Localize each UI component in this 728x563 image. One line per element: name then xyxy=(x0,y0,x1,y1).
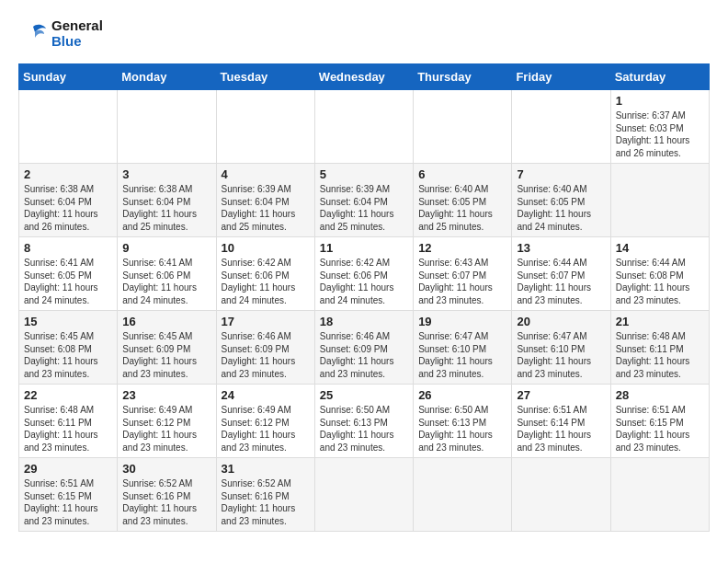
calendar-cell: 20Sunrise: 6:47 AMSunset: 6:10 PMDayligh… xyxy=(512,311,610,385)
cell-sun-info: Sunrise: 6:52 AMSunset: 6:16 PMDaylight:… xyxy=(122,477,210,527)
calendar-cell xyxy=(414,458,512,532)
day-number: 21 xyxy=(616,315,704,328)
cell-sun-info: Sunrise: 6:44 AMSunset: 6:07 PMDaylight:… xyxy=(517,257,605,306)
day-number: 29 xyxy=(24,462,112,476)
calendar-cell xyxy=(512,90,610,164)
cell-sun-info: Sunrise: 6:46 AMSunset: 6:09 PMDaylight:… xyxy=(222,330,310,380)
calendar-cell: 15Sunrise: 6:45 AMSunset: 6:08 PMDayligh… xyxy=(19,311,118,385)
cell-sun-info: Sunrise: 6:47 AMSunset: 6:10 PMDaylight:… xyxy=(517,330,605,380)
cell-sun-info: Sunrise: 6:40 AMSunset: 6:05 PMDaylight:… xyxy=(517,183,605,233)
day-number: 31 xyxy=(222,462,310,476)
calendar-cell: 29Sunrise: 6:51 AMSunset: 6:15 PMDayligh… xyxy=(19,458,118,532)
calendar-cell: 8Sunrise: 6:41 AMSunset: 6:05 PMDaylight… xyxy=(19,237,118,311)
cell-sun-info: Sunrise: 6:44 AMSunset: 6:08 PMDaylight:… xyxy=(616,257,704,306)
calendar-cell: 2Sunrise: 6:38 AMSunset: 6:04 PMDaylight… xyxy=(19,164,118,237)
calendar-day-header: Tuesday xyxy=(216,64,314,90)
cell-sun-info: Sunrise: 6:51 AMSunset: 6:15 PMDaylight:… xyxy=(616,404,704,454)
calendar-cell xyxy=(216,90,314,164)
calendar-cell: 11Sunrise: 6:42 AMSunset: 6:06 PMDayligh… xyxy=(314,237,413,311)
cell-sun-info: Sunrise: 6:38 AMSunset: 6:04 PMDaylight:… xyxy=(24,183,112,233)
calendar-cell: 31Sunrise: 6:52 AMSunset: 6:16 PMDayligh… xyxy=(216,458,314,532)
calendar-cell xyxy=(314,458,413,532)
calendar-week-row: 1Sunrise: 6:37 AMSunset: 6:03 PMDaylight… xyxy=(19,90,710,164)
day-number: 11 xyxy=(320,241,408,255)
calendar-week-row: 22Sunrise: 6:48 AMSunset: 6:11 PMDayligh… xyxy=(19,385,710,458)
day-number: 3 xyxy=(122,167,210,181)
day-number: 19 xyxy=(418,315,506,328)
day-number: 1 xyxy=(616,94,704,108)
calendar-cell: 23Sunrise: 6:49 AMSunset: 6:12 PMDayligh… xyxy=(118,385,216,458)
calendar-cell: 27Sunrise: 6:51 AMSunset: 6:14 PMDayligh… xyxy=(512,385,610,458)
cell-sun-info: Sunrise: 6:42 AMSunset: 6:06 PMDaylight:… xyxy=(222,257,310,306)
calendar-cell: 17Sunrise: 6:46 AMSunset: 6:09 PMDayligh… xyxy=(216,311,314,385)
cell-sun-info: Sunrise: 6:42 AMSunset: 6:06 PMDaylight:… xyxy=(320,257,408,306)
calendar-cell: 24Sunrise: 6:49 AMSunset: 6:12 PMDayligh… xyxy=(216,385,314,458)
calendar-cell xyxy=(610,458,709,532)
cell-sun-info: Sunrise: 6:48 AMSunset: 6:11 PMDaylight:… xyxy=(24,404,112,454)
cell-sun-info: Sunrise: 6:41 AMSunset: 6:05 PMDaylight:… xyxy=(24,257,112,306)
cell-sun-info: Sunrise: 6:45 AMSunset: 6:08 PMDaylight:… xyxy=(24,330,112,380)
calendar-cell xyxy=(314,90,413,164)
calendar-week-row: 2Sunrise: 6:38 AMSunset: 6:04 PMDaylight… xyxy=(19,164,710,237)
day-number: 9 xyxy=(122,241,210,255)
day-number: 7 xyxy=(517,167,605,181)
day-number: 22 xyxy=(24,388,112,402)
calendar-cell xyxy=(610,164,709,237)
calendar-cell: 25Sunrise: 6:50 AMSunset: 6:13 PMDayligh… xyxy=(314,385,413,458)
day-number: 18 xyxy=(320,315,408,328)
cell-sun-info: Sunrise: 6:39 AMSunset: 6:04 PMDaylight:… xyxy=(320,183,408,233)
calendar-cell: 22Sunrise: 6:48 AMSunset: 6:11 PMDayligh… xyxy=(19,385,118,458)
day-number: 20 xyxy=(517,315,605,328)
calendar-cell: 1Sunrise: 6:37 AMSunset: 6:03 PMDaylight… xyxy=(610,90,709,164)
calendar-week-row: 8Sunrise: 6:41 AMSunset: 6:05 PMDaylight… xyxy=(19,237,710,311)
calendar-cell: 19Sunrise: 6:47 AMSunset: 6:10 PMDayligh… xyxy=(414,311,512,385)
calendar-header-row: SundayMondayTuesdayWednesdayThursdayFrid… xyxy=(19,64,710,90)
calendar-cell xyxy=(19,90,118,164)
logo-bird-icon xyxy=(18,19,48,49)
cell-sun-info: Sunrise: 6:41 AMSunset: 6:06 PMDaylight:… xyxy=(122,257,210,306)
calendar-week-row: 29Sunrise: 6:51 AMSunset: 6:15 PMDayligh… xyxy=(19,458,710,532)
calendar-table: SundayMondayTuesdayWednesdayThursdayFrid… xyxy=(18,63,710,532)
calendar-cell: 3Sunrise: 6:38 AMSunset: 6:04 PMDaylight… xyxy=(118,164,216,237)
calendar-cell: 13Sunrise: 6:44 AMSunset: 6:07 PMDayligh… xyxy=(512,237,610,311)
day-number: 27 xyxy=(517,388,605,402)
calendar-day-header: Monday xyxy=(118,64,216,90)
day-number: 23 xyxy=(122,388,210,402)
cell-sun-info: Sunrise: 6:48 AMSunset: 6:11 PMDaylight:… xyxy=(616,330,704,380)
cell-sun-info: Sunrise: 6:51 AMSunset: 6:14 PMDaylight:… xyxy=(517,404,605,454)
page-header: General Blue xyxy=(18,18,710,49)
logo: General Blue xyxy=(18,18,103,49)
calendar-day-header: Thursday xyxy=(414,64,512,90)
day-number: 8 xyxy=(24,241,112,255)
day-number: 25 xyxy=(320,388,408,402)
calendar-cell: 30Sunrise: 6:52 AMSunset: 6:16 PMDayligh… xyxy=(118,458,216,532)
day-number: 14 xyxy=(616,241,704,255)
calendar-cell: 21Sunrise: 6:48 AMSunset: 6:11 PMDayligh… xyxy=(610,311,709,385)
calendar-cell: 18Sunrise: 6:46 AMSunset: 6:09 PMDayligh… xyxy=(314,311,413,385)
calendar-day-header: Friday xyxy=(512,64,610,90)
calendar-day-header: Sunday xyxy=(19,64,118,90)
cell-sun-info: Sunrise: 6:50 AMSunset: 6:13 PMDaylight:… xyxy=(418,404,506,454)
day-number: 13 xyxy=(517,241,605,255)
day-number: 28 xyxy=(616,388,704,402)
cell-sun-info: Sunrise: 6:49 AMSunset: 6:12 PMDaylight:… xyxy=(222,404,310,454)
cell-sun-info: Sunrise: 6:39 AMSunset: 6:04 PMDaylight:… xyxy=(222,183,310,233)
day-number: 4 xyxy=(222,167,310,181)
day-number: 15 xyxy=(24,315,112,328)
calendar-day-header: Wednesday xyxy=(314,64,413,90)
cell-sun-info: Sunrise: 6:47 AMSunset: 6:10 PMDaylight:… xyxy=(418,330,506,380)
calendar-week-row: 15Sunrise: 6:45 AMSunset: 6:08 PMDayligh… xyxy=(19,311,710,385)
calendar-cell: 6Sunrise: 6:40 AMSunset: 6:05 PMDaylight… xyxy=(414,164,512,237)
calendar-cell: 28Sunrise: 6:51 AMSunset: 6:15 PMDayligh… xyxy=(610,385,709,458)
calendar-day-header: Saturday xyxy=(610,64,709,90)
calendar-cell: 12Sunrise: 6:43 AMSunset: 6:07 PMDayligh… xyxy=(414,237,512,311)
day-number: 6 xyxy=(418,167,506,181)
calendar-cell xyxy=(414,90,512,164)
calendar-cell: 4Sunrise: 6:39 AMSunset: 6:04 PMDaylight… xyxy=(216,164,314,237)
cell-sun-info: Sunrise: 6:51 AMSunset: 6:15 PMDaylight:… xyxy=(24,477,112,527)
calendar-cell: 9Sunrise: 6:41 AMSunset: 6:06 PMDaylight… xyxy=(118,237,216,311)
cell-sun-info: Sunrise: 6:40 AMSunset: 6:05 PMDaylight:… xyxy=(418,183,506,233)
logo-general: General xyxy=(51,18,103,34)
day-number: 30 xyxy=(122,462,210,476)
calendar-cell: 26Sunrise: 6:50 AMSunset: 6:13 PMDayligh… xyxy=(414,385,512,458)
